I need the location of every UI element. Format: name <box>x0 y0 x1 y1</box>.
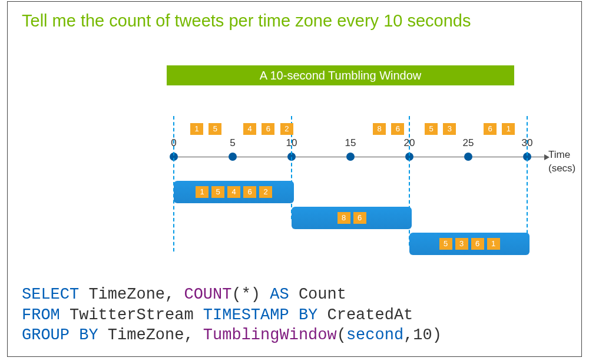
sql-keyword: TIMESTAMP BY <box>203 306 317 324</box>
sql-keyword: SELECT <box>22 286 79 303</box>
window-result: 1 5 4 6 2 <box>174 181 294 203</box>
window-chip: 8 <box>337 212 350 224</box>
sql-text: Count <box>289 286 346 303</box>
window-chip: 2 <box>259 186 272 198</box>
sql-text: TwitterStream <box>60 306 203 324</box>
event-chip: 2 <box>280 123 293 135</box>
event-group: 8 6 <box>373 123 407 136</box>
window-banner: A 10-second Tumbling Window <box>167 65 514 85</box>
event-chip: 6 <box>262 123 274 135</box>
tick-dot <box>464 153 472 161</box>
sql-keyword: second <box>346 326 403 344</box>
sql-text: TimeZone, <box>79 286 184 303</box>
event-chip: 1 <box>502 123 515 135</box>
time-axis <box>171 157 548 157</box>
sql-keyword: FROM <box>22 306 60 324</box>
tick-label: 5 <box>230 137 235 149</box>
sql-keyword: AS <box>270 286 289 303</box>
event-chip: 6 <box>391 123 404 135</box>
event-chip: 6 <box>484 123 497 135</box>
event-group: 4 6 2 <box>243 123 296 136</box>
axis-title: Time <box>548 149 570 161</box>
window-result: 8 6 <box>292 207 412 229</box>
event-group: 1 5 <box>190 123 224 136</box>
sql-text: ( <box>337 326 346 344</box>
event-chip: 3 <box>443 123 456 135</box>
diagram-frame: Tell me the count of tweets per time zon… <box>7 1 582 357</box>
sql-query: SELECT TimeZone, COUNT(*) AS Count FROM … <box>22 284 442 346</box>
window-boundary <box>527 116 528 252</box>
event-chip: 4 <box>243 123 256 135</box>
window-chip: 6 <box>471 238 484 250</box>
window-chip: 3 <box>455 238 468 250</box>
window-chip: 4 <box>227 186 240 198</box>
window-chip: 1 <box>487 238 500 250</box>
window-chip: 6 <box>353 212 366 224</box>
window-result: 5 3 6 1 <box>409 233 530 255</box>
window-chip: 1 <box>196 186 209 198</box>
sql-text: ,10) <box>403 326 442 344</box>
sql-keyword: GROUP BY <box>22 326 98 344</box>
page-title: Tell me the count of tweets per time zon… <box>8 2 581 31</box>
sql-text: TimeZone, <box>98 326 203 344</box>
sql-function: TumblingWindow <box>203 326 337 344</box>
event-chip: 5 <box>425 123 438 135</box>
axis-unit: (secs) <box>548 163 575 174</box>
tick-label: 25 <box>463 137 474 149</box>
sql-text: CreatedAt <box>317 306 413 324</box>
event-chip: 1 <box>190 123 203 135</box>
tick-label: 15 <box>345 137 356 149</box>
window-chip: 6 <box>243 186 256 198</box>
sql-text: (*) <box>231 286 270 303</box>
tick-dot <box>229 153 237 161</box>
event-group: 6 1 <box>484 123 518 136</box>
diagram-area: A 10-second Tumbling Window Time (secs) … <box>167 65 555 260</box>
event-chip: 5 <box>209 123 221 135</box>
window-chip: 5 <box>211 186 224 198</box>
event-group: 5 3 <box>425 123 459 136</box>
tick-dot <box>346 153 355 161</box>
event-chip: 8 <box>373 123 386 135</box>
sql-function: COUNT <box>184 286 231 303</box>
window-chip: 5 <box>439 238 452 250</box>
